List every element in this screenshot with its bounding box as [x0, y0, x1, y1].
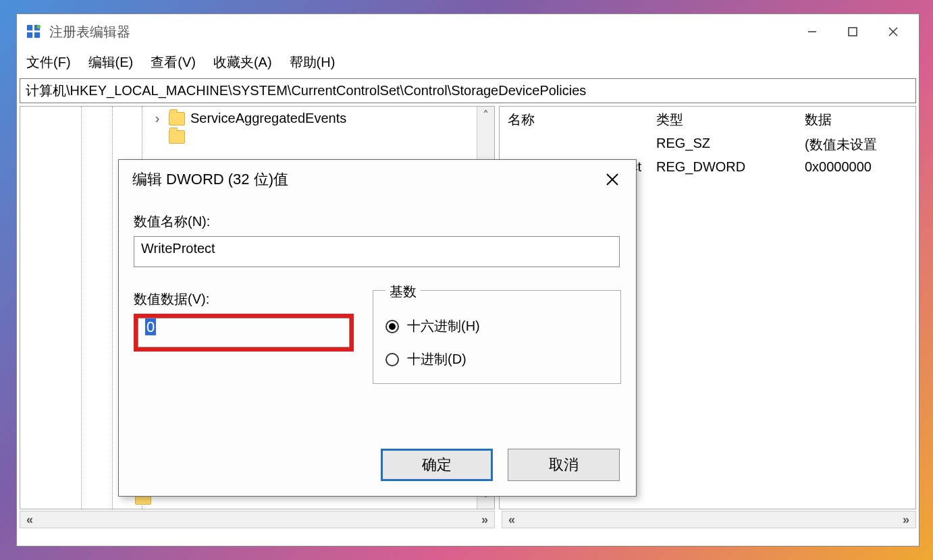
- tree-item[interactable]: › ServiceAggregatedEvents: [54, 109, 494, 128]
- titlebar: 注册表编辑器: [17, 14, 919, 49]
- menu-favorites[interactable]: 收藏夹(A): [213, 53, 272, 72]
- value-data-input[interactable]: 0: [138, 318, 350, 347]
- dialog-buttons: 确定 取消: [381, 449, 620, 481]
- folder-icon: [169, 130, 185, 144]
- scroll-up-icon[interactable]: ˄: [477, 107, 494, 124]
- close-button[interactable]: [873, 18, 913, 45]
- list-hscrollbar[interactable]: « »: [502, 511, 916, 528]
- tree-hscrollbar[interactable]: « »: [20, 511, 495, 528]
- maximize-button[interactable]: [832, 18, 873, 45]
- base-legend: 基数: [385, 283, 421, 301]
- column-header-type[interactable]: 类型: [656, 111, 805, 129]
- scroll-right-icon[interactable]: »: [475, 513, 494, 527]
- svg-rect-2: [27, 32, 32, 38]
- tree-item-label: ServiceAggregatedEvents: [190, 111, 346, 126]
- menu-view[interactable]: 查看(V): [151, 53, 196, 72]
- menubar: 文件(F) 编辑(E) 查看(V) 收藏夹(A) 帮助(H): [17, 49, 919, 78]
- list-row[interactable]: REG_SZ (数值未设置: [500, 133, 915, 157]
- radio-dec-label: 十进制(D): [407, 350, 466, 368]
- tree-item[interactable]: [54, 129, 494, 145]
- radio-hex[interactable]: 十六进制(H): [385, 317, 608, 335]
- scroll-left-icon[interactable]: «: [20, 513, 39, 527]
- menu-edit[interactable]: 编辑(E): [88, 53, 134, 72]
- value-data-label: 数值数据(V):: [134, 290, 354, 308]
- value-data-highlight: 0: [134, 314, 354, 352]
- regedit-window: 注册表编辑器 文件(F) 编辑(E) 查看(V) 收藏夹(A) 帮助(H) 计算…: [16, 13, 919, 547]
- radio-icon: [385, 320, 399, 333]
- cell-type: REG_DWORD: [656, 159, 805, 175]
- cell-data: 0x0000000: [805, 159, 907, 175]
- column-header-name[interactable]: 名称: [508, 111, 656, 129]
- window-controls: [792, 18, 913, 45]
- scroll-right-icon[interactable]: »: [897, 513, 915, 527]
- horizontal-scrollbars: « » « »: [17, 511, 919, 531]
- value-name-label: 数值名称(N):: [134, 213, 621, 231]
- dialog-close-button[interactable]: [602, 169, 622, 190]
- scroll-left-icon[interactable]: «: [502, 513, 521, 527]
- svg-rect-6: [849, 28, 857, 36]
- address-bar[interactable]: 计算机\HKEY_LOCAL_MACHINE\SYSTEM\CurrentCon…: [20, 78, 916, 103]
- svg-point-4: [37, 25, 41, 29]
- ok-button[interactable]: 确定: [381, 449, 493, 481]
- dialog-titlebar: 编辑 DWORD (32 位)值: [119, 160, 636, 192]
- list-header: 名称 类型 数据: [500, 107, 915, 133]
- cell-name: [508, 136, 656, 154]
- svg-rect-3: [34, 32, 40, 38]
- value-name-field[interactable]: WriteProtect: [134, 236, 620, 267]
- menu-file[interactable]: 文件(F): [26, 53, 71, 72]
- radio-icon: [385, 353, 399, 366]
- folder-icon: [169, 112, 185, 125]
- column-header-data[interactable]: 数据: [805, 111, 907, 129]
- cell-data: (数值未设置: [805, 136, 907, 154]
- chevron-right-icon[interactable]: ›: [151, 111, 163, 126]
- radio-dec[interactable]: 十进制(D): [385, 350, 608, 368]
- base-fieldset: 基数 十六进制(H) 十进制(D): [373, 290, 621, 384]
- cancel-button[interactable]: 取消: [508, 449, 620, 481]
- window-title: 注册表编辑器: [49, 23, 130, 41]
- edit-dword-dialog: 编辑 DWORD (32 位)值 数值名称(N): WriteProtect 数…: [118, 159, 637, 497]
- regedit-app-icon: [26, 24, 41, 39]
- cell-type: REG_SZ: [656, 136, 805, 154]
- svg-rect-0: [27, 25, 32, 30]
- minimize-button[interactable]: [792, 18, 832, 45]
- radio-hex-label: 十六进制(H): [407, 317, 480, 335]
- dialog-title: 编辑 DWORD (32 位)值: [132, 169, 288, 190]
- menu-help[interactable]: 帮助(H): [290, 53, 336, 72]
- dialog-body: 数值名称(N): WriteProtect 数值数据(V): 0 基数 十六进制…: [119, 192, 636, 384]
